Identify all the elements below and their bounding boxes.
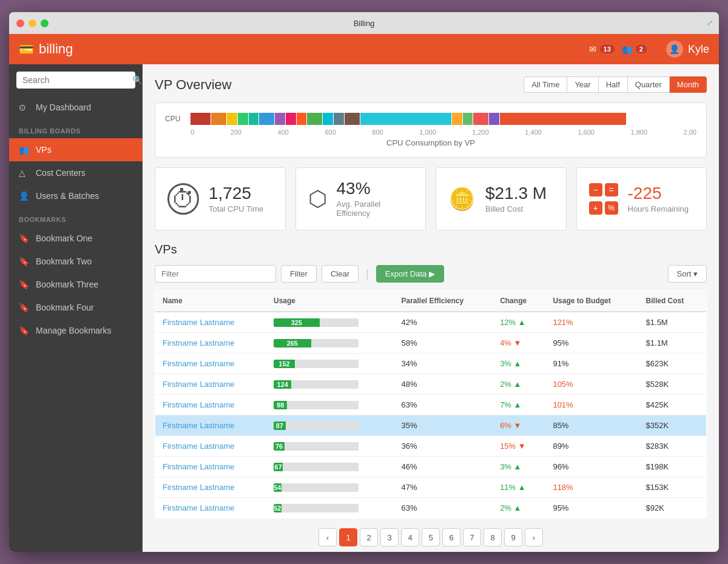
name-link[interactable]: Firstname Lastname: [163, 483, 235, 492]
brand-icon: 💳: [19, 42, 34, 56]
sidebar-item-bookmark-three[interactable]: 🔖 Bookmark Three: [9, 273, 143, 296]
filter-quarter[interactable]: Quarter: [628, 76, 670, 93]
chart-axis: 0200400600800 1,0001,2001,4001,6001,8002…: [165, 129, 696, 136]
col-parallel-eff: Parallel Efficiency: [394, 290, 493, 312]
name-link[interactable]: Firstname Lastname: [163, 400, 235, 409]
sidebar-item-bookmark-four[interactable]: 🔖 Bookmark Four: [9, 296, 143, 319]
next-page-button[interactable]: ›: [525, 528, 543, 546]
sidebar-item-users-batches[interactable]: 👤 Users & Batches: [9, 184, 143, 207]
cell-usage: 265: [266, 333, 394, 354]
users-icon: 👥: [622, 44, 632, 54]
layers-icon: ⬡: [308, 186, 327, 212]
sidebar-item-cost-centers[interactable]: △ Cost Centers: [9, 161, 143, 184]
calc-equals: =: [605, 183, 618, 196]
search-container: 🔍: [9, 64, 143, 96]
cell-billed-cost: $92K: [639, 498, 707, 519]
cell-change: 4% ▼: [493, 333, 545, 354]
sidebar-item-bookmark-two[interactable]: 🔖 Bookmark Two: [9, 250, 143, 273]
expand-icon[interactable]: ⤢: [707, 19, 713, 27]
vps-table: Name Usage Parallel Efficiency Change Us…: [155, 290, 707, 519]
cell-parallel-eff: 46%: [394, 457, 493, 477]
maximize-button[interactable]: [41, 19, 49, 27]
export-button[interactable]: Export Data ▶: [376, 265, 444, 283]
clock-icon: ⏱: [167, 183, 199, 215]
sidebar-item-label: Users & Batches: [36, 191, 99, 201]
titlebar: Billing ⤢: [9, 12, 719, 34]
table-row: Firstname Lastname 87 35% 6% ▼ 85% $352K: [155, 415, 707, 436]
filter-year[interactable]: Year: [567, 76, 598, 93]
sort-button[interactable]: Sort ▾: [668, 265, 707, 283]
name-link[interactable]: Firstname Lastname: [163, 338, 235, 347]
cell-parallel-eff: 34%: [394, 354, 493, 374]
cell-name: Firstname Lastname: [155, 333, 267, 354]
page-button-7[interactable]: 7: [463, 528, 481, 546]
users-count: 2: [636, 45, 647, 53]
filter-month[interactable]: Month: [670, 76, 707, 93]
cell-parallel-eff: 42%: [394, 312, 493, 333]
clear-button[interactable]: Clear: [322, 265, 359, 283]
name-link[interactable]: Firstname Lastname: [163, 380, 235, 389]
search-input[interactable]: [22, 75, 129, 85]
page-button-5[interactable]: 5: [422, 528, 440, 546]
messages-badge[interactable]: ✉ 13: [589, 44, 615, 54]
close-button[interactable]: [16, 19, 24, 27]
filter-half[interactable]: Half: [599, 76, 628, 93]
user-menu[interactable]: 👤 Kyle: [666, 41, 709, 58]
billed-cost-value: $21.3 M: [485, 185, 547, 202]
name-link[interactable]: Firstname Lastname: [163, 441, 235, 451]
table-row: Firstname Lastname 76 36% 15% ▼ 89% $283…: [155, 436, 707, 457]
name-link[interactable]: Firstname Lastname: [163, 421, 235, 430]
sidebar-item-bookmark-one[interactable]: 🔖 Bookmark One: [9, 227, 143, 250]
cell-usage: 325: [266, 312, 394, 333]
bookmark-icon: 🔖: [19, 280, 30, 289]
cell-billed-cost: $1.5M: [639, 312, 707, 333]
search-box[interactable]: 🔍: [16, 72, 135, 89]
sidebar-item-label: Bookmark Four: [36, 303, 94, 312]
name-link[interactable]: Firstname Lastname: [163, 503, 235, 512]
page-button-6[interactable]: 6: [442, 528, 460, 546]
sidebar-item-manage-bookmarks[interactable]: 🔖 Manage Bookmarks: [9, 319, 143, 342]
name-link[interactable]: Firstname Lastname: [163, 462, 235, 471]
page-button-2[interactable]: 2: [360, 528, 378, 546]
cell-usage-budget: 118%: [545, 477, 638, 498]
cell-billed-cost: $1.1M: [639, 333, 707, 354]
cell-name: Firstname Lastname: [155, 457, 267, 477]
avatar: 👤: [666, 41, 683, 58]
cell-billed-cost: $198K: [639, 457, 707, 477]
name-link[interactable]: Firstname Lastname: [163, 359, 235, 368]
stat-card-billed-cost: 🪙 $21.3 M Billed Cost: [436, 167, 567, 230]
stat-info: 43% Avg. Parallel Efficiency: [337, 180, 414, 218]
page-button-1[interactable]: 1: [339, 528, 357, 546]
page-button-8[interactable]: 8: [484, 528, 502, 546]
sidebar-item-vps[interactable]: 👥 VPs: [9, 138, 143, 161]
cell-change: 11% ▲: [493, 477, 545, 498]
page-button-4[interactable]: 4: [401, 528, 419, 546]
cell-parallel-eff: 35%: [394, 415, 493, 436]
page-button-3[interactable]: 3: [380, 528, 399, 546]
filter-button[interactable]: Filter: [281, 265, 317, 283]
cell-parallel-eff: 58%: [394, 333, 493, 354]
calc-percent: %: [605, 201, 618, 215]
stat-cards: ⏱ 1,725 Total CPU Time ⬡ 43% Avg. Parall…: [155, 167, 707, 230]
brand-name: billing: [39, 41, 73, 57]
col-usage: Usage: [266, 290, 394, 312]
cpu-time-label: Total CPU Time: [209, 204, 263, 213]
cpu-time-value: 1,725: [209, 185, 263, 202]
filter-all-time[interactable]: All Time: [524, 76, 567, 93]
filter-input[interactable]: [155, 265, 276, 283]
cell-usage: 76: [266, 436, 394, 457]
search-icon: 🔍: [132, 75, 143, 85]
minimize-button[interactable]: [29, 19, 36, 27]
name-link[interactable]: Firstname Lastname: [163, 318, 235, 327]
cell-name: Firstname Lastname: [155, 312, 267, 333]
app-window: Billing ⤢ 💳 billing ✉ 13 👥 2 👤 Kyl: [9, 12, 719, 552]
cell-usage: 67: [266, 457, 394, 477]
page-button-9[interactable]: 9: [504, 528, 522, 546]
sidebar-item-dashboard[interactable]: ⊙ My Dashboard: [9, 96, 143, 119]
prev-page-button[interactable]: ‹: [318, 528, 337, 546]
cell-billed-cost: $283K: [639, 436, 707, 457]
cell-name: Firstname Lastname: [155, 354, 267, 374]
cell-usage: 152: [266, 354, 394, 374]
sidebar-item-label: VPs: [36, 145, 52, 155]
users-badge[interactable]: 👥 2: [622, 44, 647, 54]
